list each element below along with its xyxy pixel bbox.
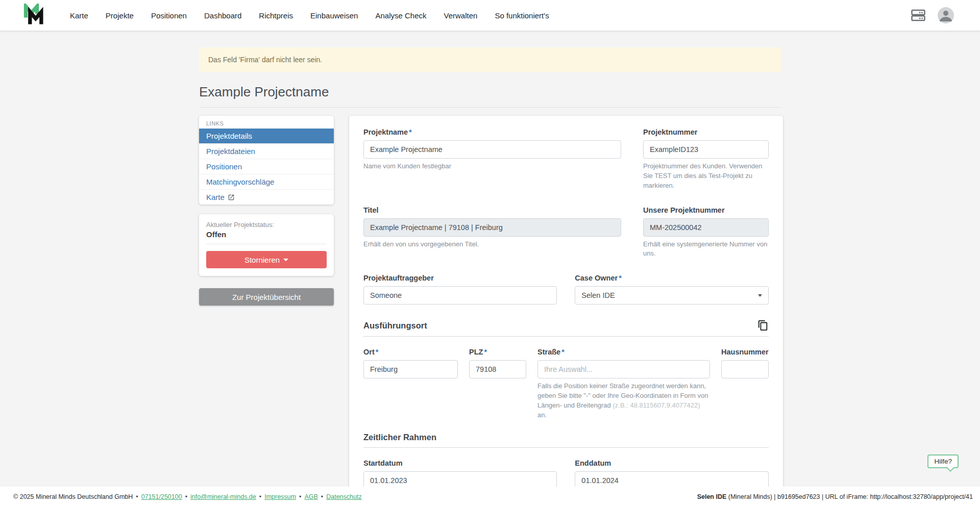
sidebar-item-label: Projektdateien xyxy=(206,147,255,156)
top-navbar: Karte Projekte Positionen Dashboard Rich… xyxy=(0,0,980,31)
validation-alert: Das Feld 'Firma' darf nicht leer sein. xyxy=(199,47,781,72)
sidebar-item-positionen[interactable]: Positionen xyxy=(199,159,334,174)
enddatum-input[interactable] xyxy=(575,471,768,487)
required-asterisk: * xyxy=(484,348,487,356)
footer-link-datenschutz[interactable]: Datenschutz xyxy=(326,493,361,500)
footer-left: © 2025 Mineral Minds Deutschland GmbH • … xyxy=(13,493,362,500)
copy-address-button[interactable] xyxy=(757,320,769,331)
zur-projektuebersicht-label: Zur Projektübersicht xyxy=(232,293,301,301)
strasse-input[interactable] xyxy=(537,360,710,378)
footer-separator: • xyxy=(185,493,187,500)
case-owner-selected-value: Selen IDE xyxy=(581,291,615,299)
field-startdatum: Startdatum xyxy=(363,459,557,487)
hausnummer-input[interactable] xyxy=(721,360,769,378)
nav-item-analyse-check[interactable]: Analyse Check xyxy=(375,11,426,20)
caret-down-icon xyxy=(283,259,288,261)
field-titel: Titel Erhält den von uns vorgegebenen Ti… xyxy=(363,206,621,259)
status-label: Aktueller Projektstatus: xyxy=(206,221,327,229)
footer-link-impressum[interactable]: Impressum xyxy=(264,493,296,500)
ort-label-text: Ort xyxy=(363,348,375,356)
footer-link-email[interactable]: info@mineral-minds.de xyxy=(190,493,256,500)
enddatum-label: Enddatum xyxy=(575,459,768,467)
sidebar-item-projektdateien[interactable]: Projektdateien xyxy=(199,143,334,159)
projektname-label: Projektname* xyxy=(363,128,621,136)
field-hausnummer: Hausnummer xyxy=(721,348,769,378)
sidebar-item-projektdetails[interactable]: Projektdetails xyxy=(199,129,334,143)
nav-item-positionen[interactable]: Positionen xyxy=(151,11,187,20)
projektname-input[interactable] xyxy=(363,140,621,159)
case-owner-label-text: Case Owner xyxy=(575,274,618,282)
projektauftraggeber-input[interactable] xyxy=(363,286,557,305)
validation-alert-text: Das Feld 'Firma' darf nicht leer sein. xyxy=(208,56,322,64)
page-content: Das Feld 'Firma' darf nicht leer sein. E… xyxy=(0,31,980,487)
nav-item-verwalten[interactable]: Verwalten xyxy=(444,11,478,20)
sidebar-item-karte[interactable]: Karte xyxy=(199,189,334,205)
ort-input[interactable] xyxy=(363,360,458,378)
field-enddatum: Enddatum xyxy=(575,459,768,487)
external-link-icon xyxy=(228,194,235,201)
footer-link-phone[interactable]: 07151/250100 xyxy=(141,493,182,500)
strasse-helper-example: (z.B.: 48.8115607,9.4077422) xyxy=(612,401,700,409)
footer-separator: • xyxy=(321,493,323,500)
sidebar-links-card: LINKS Projektdetails Projektdateien Posi… xyxy=(199,116,334,205)
required-asterisk: * xyxy=(409,128,412,136)
zur-projektuebersicht-button[interactable]: Zur Projektübersicht xyxy=(199,288,334,306)
footer-separator: • xyxy=(136,493,138,500)
server-icon xyxy=(911,8,926,23)
strasse-label-text: Straße xyxy=(537,348,560,356)
user-avatar-icon xyxy=(937,7,954,24)
stornieren-button[interactable]: Stornieren xyxy=(206,251,327,268)
server-status-button[interactable] xyxy=(911,8,926,23)
ort-label: Ort* xyxy=(363,348,458,356)
mineral-minds-logo[interactable] xyxy=(23,4,46,27)
nav-item-so-funktionierts[interactable]: So funktioniert's xyxy=(495,11,549,20)
case-owner-select[interactable]: Selen IDE xyxy=(575,286,768,305)
strasse-label: Straße* xyxy=(537,348,710,356)
footer: © 2025 Mineral Minds Deutschland GmbH • … xyxy=(0,487,980,507)
footer-link-agb[interactable]: AGB xyxy=(304,493,317,500)
titel-label: Titel xyxy=(363,206,621,214)
footer-session-info: Selen IDE (Mineral Minds) | b91695ed7623… xyxy=(697,493,973,500)
field-projektauftraggeber: Projektauftraggeber xyxy=(363,274,557,305)
hausnummer-label: Hausnummer xyxy=(721,348,769,356)
plz-input[interactable] xyxy=(469,360,526,378)
project-status-card: Aktueller Projektstatus: Offen Storniere… xyxy=(199,214,334,276)
field-strasse: Straße* xyxy=(537,348,710,378)
required-asterisk: * xyxy=(561,348,565,356)
chevron-down-icon xyxy=(758,294,762,297)
status-value: Offen xyxy=(206,230,327,244)
projektnummer-helper: Projektnummer des Kunden. Verwenden Sie … xyxy=(643,162,769,191)
nav-item-karte[interactable]: Karte xyxy=(70,11,88,20)
navbar-actions xyxy=(911,7,954,24)
nav-item-einbauweisen[interactable]: Einbauweisen xyxy=(310,11,358,20)
zeitlicher-rahmen-heading: Zeitlicher Rahmen xyxy=(363,433,436,442)
footer-copyright: © 2025 Mineral Minds Deutschland GmbH xyxy=(13,493,133,500)
nav-item-projekte[interactable]: Projekte xyxy=(106,11,134,20)
nav-item-richtpreis[interactable]: Richtpreis xyxy=(259,11,293,20)
nav-item-dashboard[interactable]: Dashboard xyxy=(204,11,241,20)
field-projektname: Projektname* Name vom Kunden festlegbar xyxy=(363,128,621,191)
sidebar-item-label: Matchingvorschläge xyxy=(206,178,274,186)
unsere-projektnummer-input xyxy=(643,218,769,237)
field-plz: PLZ* xyxy=(469,348,526,378)
strasse-helper-suffix: an. xyxy=(537,411,547,419)
stornieren-button-label: Stornieren xyxy=(244,256,280,264)
footer-session-details: (Mineral Minds) | b91695ed7623 | URL of … xyxy=(726,493,973,500)
field-unsere-projektnummer: Unsere Projektnummer Erhält eine systemg… xyxy=(643,206,769,259)
projektname-label-text: Projektname xyxy=(363,128,408,136)
startdatum-input[interactable] xyxy=(363,471,557,487)
footer-separator: • xyxy=(299,493,301,500)
section-divider xyxy=(363,447,769,448)
main-menu: Karte Projekte Positionen Dashboard Rich… xyxy=(70,11,911,20)
ausfuehrungsort-heading: Ausführungsort xyxy=(363,321,427,331)
footer-separator: • xyxy=(259,493,261,500)
unsere-projektnummer-helper: Erhält eine systemgenerierte Nummer von … xyxy=(643,240,769,259)
user-avatar-button[interactable] xyxy=(937,7,954,24)
project-details-form: Projektname* Name vom Kunden festlegbar … xyxy=(349,116,783,487)
sidebar-item-matchingvorschlaege[interactable]: Matchingvorschläge xyxy=(199,174,334,189)
projektname-helper: Name vom Kunden festlegbar xyxy=(363,162,621,171)
titel-input xyxy=(363,218,621,237)
projektnummer-input[interactable] xyxy=(643,140,769,159)
footer-user-name: Selen IDE xyxy=(697,493,727,500)
help-button[interactable]: Hilfe? xyxy=(927,454,959,468)
